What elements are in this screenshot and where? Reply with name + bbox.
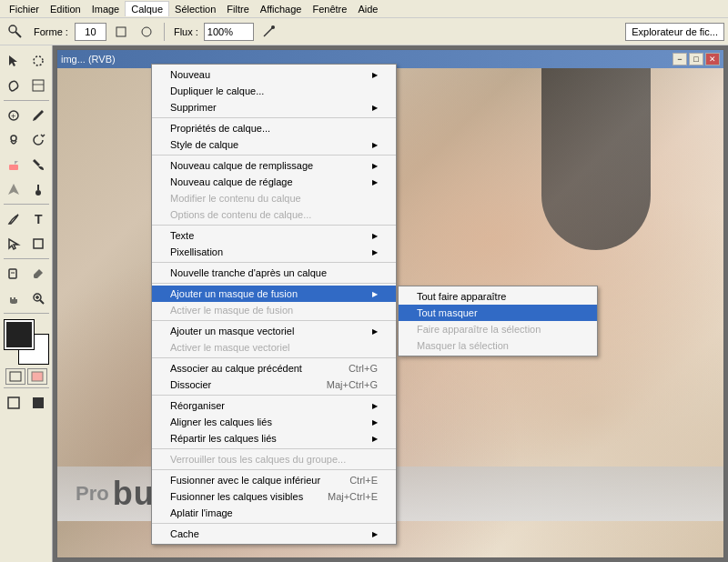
menu-edition[interactable]: Edition xyxy=(45,2,86,16)
sep3 xyxy=(4,258,49,259)
menu-calque[interactable]: Calque xyxy=(125,1,169,16)
menu-dissocier[interactable]: Dissocier Maj+Ctrl+G xyxy=(152,376,396,393)
menu-masque-fusion[interactable]: Ajouter un masque de fusion ▶ xyxy=(152,286,396,302)
menu-supprimer[interactable]: Supprimer▶ xyxy=(152,99,396,115)
doc-close-btn[interactable]: ✕ xyxy=(705,53,720,65)
eraser-tool[interactable] xyxy=(2,153,25,176)
dodge-tool[interactable] xyxy=(26,177,50,201)
eyedropper-tool[interactable] xyxy=(26,262,50,286)
menu-proprietes[interactable]: Propriétés de calque... xyxy=(152,120,396,136)
menu-repartir[interactable]: Répartir les calques liés▶ xyxy=(152,430,396,447)
color-box xyxy=(5,320,48,364)
svg-point-0 xyxy=(9,25,16,33)
quick-mask-btn[interactable] xyxy=(27,368,47,385)
pen-tool[interactable] xyxy=(2,207,25,231)
menu-filtre[interactable]: Filtre xyxy=(221,2,254,16)
text-tool[interactable]: T xyxy=(26,207,50,231)
healing-tool[interactable]: + xyxy=(2,104,25,127)
screen-mode-btn2[interactable] xyxy=(26,391,50,415)
menu-image[interactable]: Image xyxy=(86,2,126,16)
magic-wand-tool[interactable] xyxy=(26,49,50,73)
menu-cache[interactable]: Cache▶ xyxy=(152,526,396,542)
tool-row-4 xyxy=(2,128,50,152)
submenu-tout-apparaitre[interactable]: Tout faire apparaître xyxy=(399,288,597,305)
foreground-color[interactable] xyxy=(5,320,34,349)
forme-input[interactable] xyxy=(75,23,106,41)
normal-mode-btn[interactable] xyxy=(5,368,25,385)
menu-pixel[interactable]: Pixellisation▶ xyxy=(152,244,396,260)
menu-masque-container: Ajouter un masque de fusion ▶ Tout faire… xyxy=(152,286,396,302)
tool-row-10 xyxy=(2,286,50,310)
svg-rect-25 xyxy=(33,397,44,408)
menu-fichier[interactable]: Fichier xyxy=(4,2,45,16)
menu-nouveau[interactable]: Nouveau▶ xyxy=(152,66,396,83)
menu-activer-vect: Activer le masque vectoriel xyxy=(152,339,396,356)
fill-tool[interactable] xyxy=(26,153,50,176)
canvas-area: img... (RVB) − □ ✕ Pro bucket ries for l xyxy=(53,45,728,562)
svg-rect-11 xyxy=(9,165,18,170)
menu-activer-masque: Activer le masque de fusion xyxy=(152,302,396,318)
tool-row-9 xyxy=(2,262,50,286)
arrow-tool[interactable] xyxy=(2,49,25,73)
doc-title: img... (RVB) xyxy=(61,54,116,65)
menubar: Fichier Edition Image Calque Sélection F… xyxy=(0,0,728,18)
photo-hair xyxy=(541,68,651,250)
menu-style[interactable]: Style de calque▶ xyxy=(152,136,396,153)
menu-reorganiser[interactable]: Réorganiser▶ xyxy=(152,397,396,414)
menu-fusionner[interactable]: Fusionner avec le calque inférieur Ctrl+… xyxy=(152,472,396,488)
airbrush-btn[interactable] xyxy=(258,21,279,43)
zoom-tool[interactable] xyxy=(26,286,50,310)
annotation-tool[interactable] xyxy=(2,262,25,286)
menu-remplissage[interactable]: Nouveau calque de remplissage▶ xyxy=(152,157,396,174)
svg-line-1 xyxy=(15,32,21,37)
sep-10 xyxy=(152,469,396,470)
shape-tool[interactable] xyxy=(26,232,50,256)
sep-1 xyxy=(152,117,396,118)
svg-rect-6 xyxy=(33,80,44,91)
menu-associer[interactable]: Associer au calque précédent Ctrl+G xyxy=(152,360,396,376)
sep5 xyxy=(4,387,49,388)
main-area: + xyxy=(0,45,728,562)
svg-point-12 xyxy=(35,190,41,196)
flux-value[interactable]: 100% xyxy=(204,23,254,41)
tool-row-5 xyxy=(2,153,50,176)
menu-masque-vect[interactable]: Ajouter un masque vectoriel▶ xyxy=(152,323,396,339)
doc-maximize-btn[interactable]: □ xyxy=(689,53,703,65)
menu-reglage[interactable]: Nouveau calque de réglage▶ xyxy=(152,174,396,190)
history-tool[interactable] xyxy=(26,128,50,152)
svg-rect-15 xyxy=(34,239,43,248)
toolbar-option-btn2[interactable] xyxy=(136,21,157,43)
menu-aide[interactable]: Aide xyxy=(352,2,383,16)
brush-tool[interactable] xyxy=(26,104,50,127)
svg-rect-23 xyxy=(32,372,43,381)
blur-tool[interactable] xyxy=(2,177,25,201)
menu-dupliquer[interactable]: Dupliquer le calque... xyxy=(152,83,396,99)
toolbar: Forme : Flux : 100% Explorateur de fic..… xyxy=(0,18,728,45)
toolbar-option-btn1[interactable] xyxy=(110,21,132,43)
slice-tool[interactable] xyxy=(26,74,50,97)
clone-tool[interactable] xyxy=(2,128,25,152)
menu-aplatir[interactable]: Aplatir l'image xyxy=(152,505,396,521)
menu-fusionner-vis[interactable]: Fusionner les calques visibles Maj+Ctrl+… xyxy=(152,488,396,505)
screen-mode-btn1[interactable] xyxy=(2,391,25,415)
svg-line-19 xyxy=(40,300,44,304)
forme-label: Forme : xyxy=(31,26,71,37)
lasso-tool[interactable] xyxy=(2,74,25,97)
menu-affichage[interactable]: Affichage xyxy=(255,2,308,16)
hand-tool[interactable] xyxy=(2,286,25,310)
toolbar-tool-icon[interactable] xyxy=(4,20,27,44)
sep-2 xyxy=(152,155,396,156)
menu-fenetre[interactable]: Fenêtre xyxy=(307,2,352,16)
sep-9 xyxy=(152,448,396,449)
shape-select-tool[interactable] xyxy=(2,232,25,256)
menu-texte[interactable]: Texte▶ xyxy=(152,227,396,244)
tool-row-7: T xyxy=(2,207,50,231)
submenu-app-sel: Faire apparaître la sélection xyxy=(399,321,597,337)
menu-selection[interactable]: Sélection xyxy=(169,2,221,16)
submenu-tout-masquer[interactable]: Tout masquer xyxy=(399,305,597,321)
doc-minimize-btn[interactable]: − xyxy=(672,53,687,65)
svg-rect-22 xyxy=(10,372,21,381)
menu-tranche[interactable]: Nouvelle tranche d'après un calque xyxy=(152,265,396,281)
menu-aligner[interactable]: Aligner les calques liés▶ xyxy=(152,414,396,430)
sep-8 xyxy=(152,395,396,396)
